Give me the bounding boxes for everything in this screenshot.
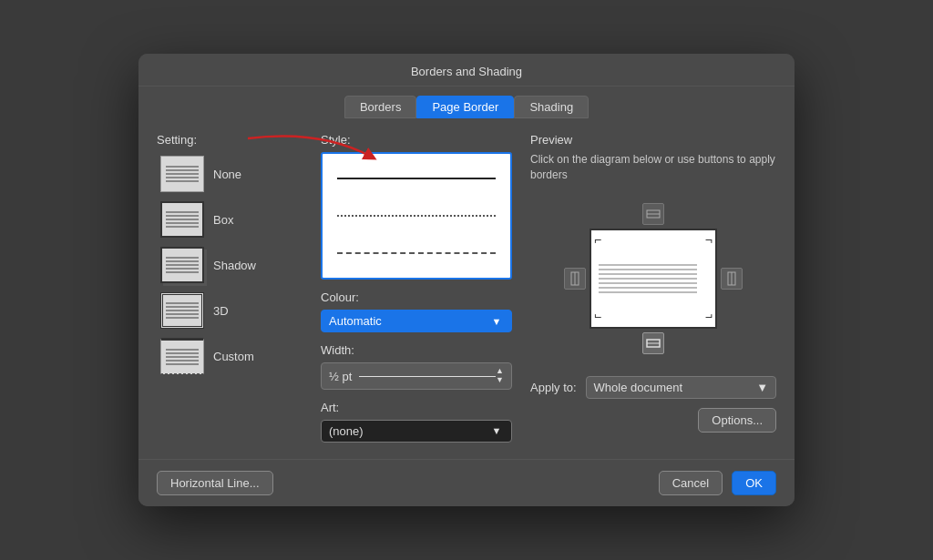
tabs-row: Borders Page Border Shading xyxy=(138,87,795,118)
setting-name-3d: 3D xyxy=(213,304,229,318)
setting-item-box[interactable]: Box xyxy=(157,199,302,239)
setting-name-custom: Custom xyxy=(213,350,254,363)
setting-item-shadow[interactable]: Shadow xyxy=(157,245,302,285)
tab-borders[interactable]: Borders xyxy=(344,96,417,118)
art-label: Art: xyxy=(321,401,512,414)
setting-name-none: None xyxy=(213,168,241,181)
left-border-button[interactable] xyxy=(564,268,586,290)
setting-items: None Box xyxy=(157,154,302,376)
right-border-icon xyxy=(727,271,736,286)
horizontal-line-button[interactable]: Horizontal Line... xyxy=(157,471,273,495)
cell-tl-empty xyxy=(557,196,590,229)
colour-chevron-icon: ▼ xyxy=(489,316,504,327)
preview-doc-line-7 xyxy=(599,291,697,293)
options-row: Options... xyxy=(530,408,776,433)
cell-bottom-btn xyxy=(590,329,717,361)
preview-doc-line-6 xyxy=(599,287,697,289)
cell-br-empty xyxy=(717,329,750,361)
style-list[interactable] xyxy=(321,152,512,280)
colour-label: Colour: xyxy=(321,290,512,304)
footer: Horizontal Line... Cancel OK xyxy=(138,459,795,506)
preview-title: Preview xyxy=(530,133,776,147)
preview-doc-line-4 xyxy=(599,278,697,280)
preview-doc-line-2 xyxy=(599,269,697,270)
style-panel: Style: Colour: Automatic ▼ Width: ½ xyxy=(321,133,512,444)
dialog-title: Borders and Shading xyxy=(411,65,522,78)
footer-right-buttons: Cancel OK xyxy=(659,471,776,495)
preview-doc-line-5 xyxy=(599,282,697,284)
cell-right-btn xyxy=(717,229,750,329)
style-line-dotted[interactable] xyxy=(337,215,496,217)
setting-item-3d[interactable]: 3D xyxy=(157,290,302,331)
apply-to-label: Apply to: xyxy=(530,381,577,394)
setting-icon-box xyxy=(160,201,204,238)
preview-doc-line-3 xyxy=(599,273,697,275)
width-section: Width: ½ pt ▲ ▼ xyxy=(321,343,512,390)
setting-item-custom[interactable]: Custom xyxy=(157,336,302,376)
right-border-button[interactable] xyxy=(721,268,743,290)
setting-icon-shadow xyxy=(160,247,204,283)
setting-icon-custom xyxy=(160,338,204,374)
options-button[interactable]: Options... xyxy=(698,408,776,433)
cell-left-btn xyxy=(557,229,590,329)
width-stepper[interactable]: ½ pt ▲ ▼ xyxy=(321,362,512,390)
setting-icon-none xyxy=(160,156,204,192)
setting-item-none[interactable]: None xyxy=(157,154,302,194)
apply-to-dropdown[interactable]: Whole document ▼ xyxy=(586,376,776,399)
setting-icon-3d xyxy=(160,292,204,329)
ok-button[interactable]: OK xyxy=(732,471,776,495)
art-dropdown[interactable]: (none) ▼ xyxy=(321,420,512,443)
colour-value: Automatic xyxy=(329,314,382,328)
art-chevron-icon: ▼ xyxy=(489,425,504,436)
title-bar: Borders and Shading xyxy=(138,54,795,87)
cell-top-btn xyxy=(590,196,717,229)
setting-name-box: Box xyxy=(213,213,233,227)
apply-to-row: Apply to: Whole document ▼ xyxy=(530,376,776,399)
main-content: Setting: None xyxy=(138,118,795,459)
style-line-dashed[interactable] xyxy=(337,252,496,254)
preview-document[interactable]: ⌐ ⌐ ⌐ ⌐ xyxy=(590,229,717,329)
cell-bl-empty xyxy=(557,329,590,361)
top-border-button[interactable] xyxy=(642,203,664,225)
tab-page-border[interactable]: Page Border xyxy=(416,96,514,118)
preview-grid: ⌐ ⌐ ⌐ ⌐ xyxy=(557,196,750,361)
style-label: Style: xyxy=(321,133,512,147)
left-border-icon xyxy=(570,271,579,286)
tab-shading[interactable]: Shading xyxy=(514,96,589,118)
setting-label: Setting: xyxy=(157,133,302,147)
top-border-icon xyxy=(646,209,661,219)
setting-panel: Setting: None xyxy=(157,133,302,444)
apply-to-value: Whole document xyxy=(594,381,683,394)
width-stepper-arrows[interactable]: ▲ ▼ xyxy=(496,367,504,385)
bottom-border-button[interactable] xyxy=(642,332,664,354)
borders-and-shading-dialog: Borders and Shading Borders Page Border … xyxy=(138,54,795,506)
apply-to-chevron-icon: ▼ xyxy=(756,381,768,394)
style-line-solid[interactable] xyxy=(337,178,496,179)
bottom-border-icon xyxy=(646,339,661,348)
preview-description: Click on the diagram below or use button… xyxy=(530,152,776,183)
art-value: (none) xyxy=(329,424,364,438)
setting-name-shadow: Shadow xyxy=(213,259,256,272)
colour-dropdown[interactable]: Automatic ▼ xyxy=(321,310,512,332)
width-label: Width: xyxy=(321,343,512,357)
preview-doc-line-1 xyxy=(599,264,697,266)
colour-section: Colour: Automatic ▼ xyxy=(321,290,512,332)
cell-tr-empty xyxy=(717,196,750,229)
preview-panel: Preview Click on the diagram below or us… xyxy=(530,133,776,444)
cancel-button[interactable]: Cancel xyxy=(659,471,723,495)
art-section: Art: (none) ▼ xyxy=(321,401,512,443)
width-value: ½ pt xyxy=(329,370,352,383)
width-stepper-line xyxy=(359,376,496,377)
